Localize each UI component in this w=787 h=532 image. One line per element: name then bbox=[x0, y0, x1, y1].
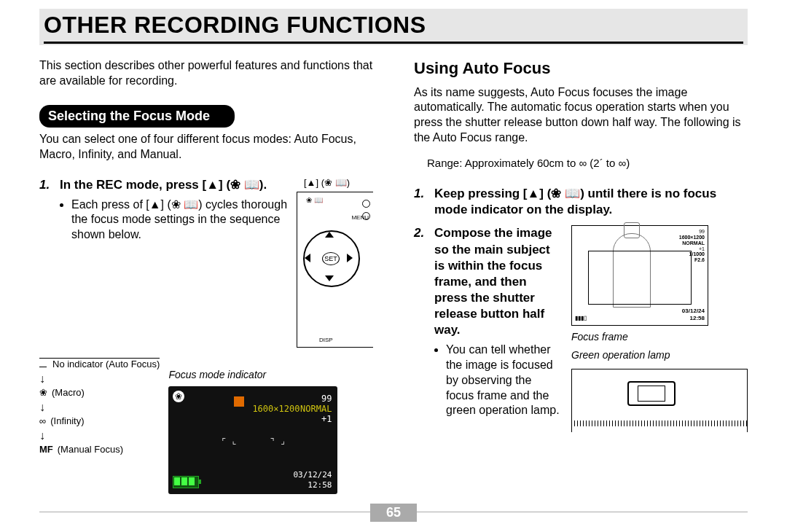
step-heading: Compose the image so the main subject is… bbox=[434, 225, 561, 338]
camera-screen-illustration: 99 1600×1200 NORMAL +1 1/1000 F2.6 ▮▮▮▯ … bbox=[571, 225, 708, 326]
lcd-ev: +1 bbox=[321, 414, 332, 426]
section-heading-pill: Selecting the Focus Mode bbox=[39, 105, 235, 128]
osd-time: 12:58 bbox=[690, 315, 705, 321]
step-with-diagram: In the REC mode, press [▲] (❀ 📖). Each p… bbox=[39, 177, 373, 348]
seq-auto-label: No indicator (Auto Focus) bbox=[52, 359, 160, 371]
lcd-date: 03/12/24 bbox=[293, 470, 332, 480]
step-bullets: Each press of [▲] (❀ 📖) cycles thorough … bbox=[60, 197, 291, 243]
infinity-icon: ∞ bbox=[39, 415, 46, 428]
mf-icon: MF bbox=[39, 444, 53, 456]
menu-label: MENU bbox=[351, 214, 369, 222]
green-lamp-caption: Green operation lamp bbox=[571, 348, 748, 361]
camera-lcd-illustration: ❀ 99 1600×1200 NORMAL +1 ⌜ ⌞ ⌝ ⌟ 03/12/2… bbox=[168, 386, 337, 494]
step-item: In the REC mode, press [▲] (❀ 📖). Each p… bbox=[39, 177, 291, 243]
lcd-datetime: 03/12/24 12:58 bbox=[293, 470, 332, 491]
down-arrow-icon: ↓ bbox=[39, 430, 45, 442]
bullet-item: You can tell whether the image is focuse… bbox=[446, 343, 561, 418]
seq-macro: ❀(Macro) bbox=[39, 387, 160, 399]
bullet-item: Each press of [▲] (❀ 📖) cycles thorough … bbox=[71, 197, 291, 243]
step-item: Compose the image so the main subject is… bbox=[414, 225, 748, 431]
record-indicator-icon bbox=[234, 396, 244, 407]
range-text: Range: Approximately 60cm to ∞ (2´ to ∞) bbox=[427, 156, 748, 171]
focus-indicator-caption: Focus mode indicator bbox=[168, 368, 337, 381]
seq-arrow: ↓ bbox=[39, 373, 160, 385]
focus-bracket-left-icon: ⌜ ⌞ bbox=[221, 436, 237, 447]
grip-texture-icon bbox=[571, 420, 748, 426]
screen-osd: 99 1600×1200 NORMAL +1 1/1000 F2.6 bbox=[679, 229, 705, 262]
up-arrow-icon bbox=[325, 232, 334, 238]
step-heading: In the REC mode, press [▲] (❀ 📖). bbox=[60, 177, 291, 193]
section-para: As its name suggests, Auto Focus focuses… bbox=[414, 85, 748, 146]
title-bar: OTHER RECORDING FUNCTIONS bbox=[39, 9, 748, 45]
disp-label: DISP bbox=[319, 337, 333, 344]
right-arrow-icon bbox=[347, 254, 353, 262]
seq-auto: No indicator (Auto Focus) bbox=[39, 358, 160, 371]
seq-infinity-label: (Infinity) bbox=[50, 415, 84, 428]
step-heading: Keep pressing [▲] (❀ 📖) until there is n… bbox=[434, 186, 748, 218]
macro-icon: ❀ bbox=[39, 387, 47, 399]
step-bullets: You can tell whether the image is focuse… bbox=[434, 343, 561, 418]
down-arrow-icon bbox=[325, 275, 334, 281]
down-arrow-icon: ↓ bbox=[39, 373, 45, 385]
seq-macro-label: (Macro) bbox=[52, 387, 85, 399]
viewfinder-icon bbox=[627, 381, 676, 406]
page-number: 65 bbox=[370, 504, 417, 522]
battery-icon: ▮▮▮▯ bbox=[575, 315, 587, 322]
focus-frame-icon bbox=[588, 251, 692, 305]
focus-sequence-and-lcd: No indicator (Auto Focus) ↓ ❀(Macro) ↓ ∞… bbox=[39, 356, 373, 493]
seq-mf: MF(Manual Focus) bbox=[39, 444, 160, 456]
section-heading: Using Auto Focus bbox=[414, 58, 748, 79]
lcd-res: 1600×1200 bbox=[252, 404, 299, 415]
intro-text: This section describes other powerful fe… bbox=[39, 58, 373, 89]
lcd-time: 12:58 bbox=[308, 480, 332, 490]
manual-page: OTHER RECORDING FUNCTIONS This section d… bbox=[0, 9, 787, 532]
osd-shutter: 1/1000 bbox=[689, 251, 705, 257]
osd-count: 99 bbox=[699, 229, 705, 234]
osd-ev: +1 bbox=[699, 246, 705, 251]
lcd-block: Focus mode indicator ❀ 99 1600×1200 NORM… bbox=[168, 356, 337, 493]
focus-mode-sequence: No indicator (Auto Focus) ↓ ❀(Macro) ↓ ∞… bbox=[39, 356, 160, 493]
right-illustrations: 99 1600×1200 NORMAL +1 1/1000 F2.6 ▮▮▮▯ … bbox=[571, 225, 748, 431]
seq-arrow: ↓ bbox=[39, 402, 160, 413]
flower-book-icon: ❀ 📖 bbox=[306, 195, 323, 205]
right-column: Using Auto Focus As its name suggests, A… bbox=[414, 58, 748, 494]
seq-infinity: ∞(Infinity) bbox=[39, 415, 160, 428]
left-column: This section describes other powerful fe… bbox=[39, 58, 373, 494]
seq-mf-label: (Manual Focus) bbox=[58, 444, 123, 456]
step-item: Keep pressing [▲] (❀ 📖) until there is n… bbox=[414, 186, 748, 218]
steps-list: Keep pressing [▲] (❀ 📖) until there is n… bbox=[414, 186, 748, 432]
osd-fstop: F2.6 bbox=[694, 257, 705, 262]
dpad-diagram-wrapper: [▲] (❀ 📖) ❀ 📖 MENU DISP bbox=[297, 177, 373, 348]
camera-top-illustration bbox=[571, 369, 748, 432]
seq-arrow: ↓ bbox=[39, 430, 160, 442]
focus-frame-caption: Focus frame bbox=[571, 330, 748, 343]
page-footer: 65 bbox=[39, 512, 748, 531]
dpad-caption: [▲] (❀ 📖) bbox=[297, 177, 373, 189]
battery-icon bbox=[173, 476, 199, 488]
steps-list: In the REC mode, press [▲] (❀ 📖). Each p… bbox=[39, 177, 291, 243]
osd-datetime: 03/12/24 12:58 bbox=[682, 308, 705, 323]
camera-dpad-illustration: ❀ 📖 MENU DISP bbox=[297, 192, 373, 348]
page-title: OTHER RECORDING FUNCTIONS bbox=[44, 12, 743, 44]
section-description: You can select one of four different foc… bbox=[39, 132, 373, 163]
left-arrow-icon bbox=[305, 254, 310, 262]
macro-indicator-icon: ❀ bbox=[173, 391, 184, 402]
focus-bracket-right-icon: ⌝ ⌟ bbox=[270, 436, 286, 447]
down-arrow-icon: ↓ bbox=[39, 402, 45, 413]
osd-date: 03/12/24 bbox=[682, 308, 705, 314]
osd-res: 1600×1200 bbox=[679, 235, 705, 240]
osd-quality: NORMAL bbox=[682, 240, 705, 246]
two-column-layout: This section describes other powerful fe… bbox=[39, 58, 748, 494]
